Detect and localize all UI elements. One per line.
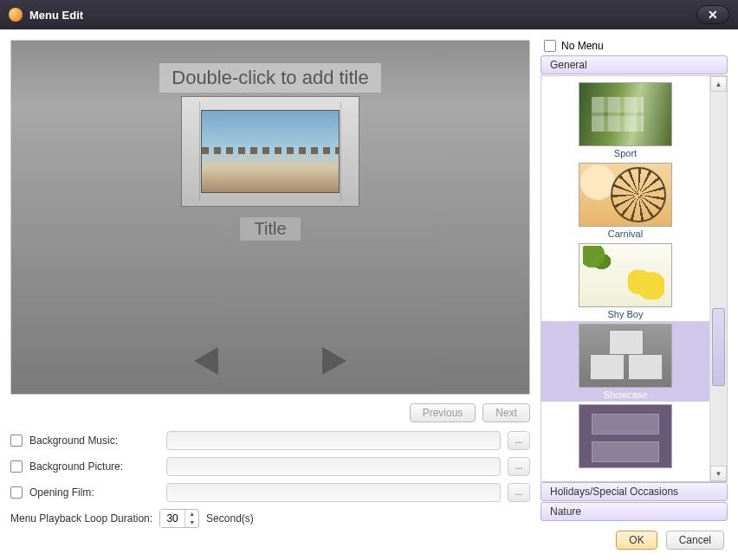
close-button[interactable]: ✕ xyxy=(696,5,729,24)
preview-next-arrow[interactable] xyxy=(322,347,346,375)
template-label: Showcase xyxy=(547,389,704,400)
template-shyboy[interactable]: Shy Boy xyxy=(541,241,709,321)
loop-duration-unit: Second(s) xyxy=(206,512,254,525)
scroll-up-icon[interactable]: ▲ xyxy=(710,76,727,92)
showcase-frame[interactable] xyxy=(181,96,359,207)
template-thumb xyxy=(579,324,672,388)
no-menu-label: No Menu xyxy=(561,40,604,52)
title-placeholder[interactable]: Double-click to add title xyxy=(159,63,380,93)
close-icon: ✕ xyxy=(708,9,718,21)
spinner-up-icon[interactable]: ▲ xyxy=(185,510,198,518)
titlebar: Menu Edit ✕ xyxy=(0,0,738,29)
template-carnival[interactable]: Carnival xyxy=(541,160,709,241)
bg-picture-label: Background Picture: xyxy=(29,460,159,473)
bg-picture-checkbox[interactable] xyxy=(10,460,23,473)
opening-film-browse[interactable]: ... xyxy=(508,483,530,502)
loop-duration-spinner[interactable]: ▲ ▼ xyxy=(159,509,199,528)
template-thumb xyxy=(579,243,672,307)
opening-film-checkbox[interactable] xyxy=(10,486,23,499)
preview-prev-arrow[interactable] xyxy=(194,347,218,375)
bg-music-checkbox[interactable] xyxy=(10,434,23,447)
bg-picture-field[interactable] xyxy=(166,457,501,476)
scroll-thumb[interactable] xyxy=(712,308,725,386)
template-scrollbar[interactable]: ▲ ▼ xyxy=(709,76,727,481)
category-general[interactable]: General xyxy=(541,55,728,74)
template-label: Carnival xyxy=(547,229,704,239)
template-label: Shy Boy xyxy=(547,309,704,319)
spinner-down-icon[interactable]: ▼ xyxy=(185,518,198,527)
thumbnail-title[interactable]: Title xyxy=(240,217,300,241)
template-thumb xyxy=(579,404,672,468)
ok-button[interactable]: OK xyxy=(616,531,657,550)
bg-music-field[interactable] xyxy=(166,431,501,450)
template-label: Sport xyxy=(547,148,704,158)
template-thumb xyxy=(579,163,672,227)
loop-duration-label: Menu Playback Loop Duration: xyxy=(10,512,152,525)
template-shelf[interactable] xyxy=(541,402,709,472)
template-showcase[interactable]: Showcase xyxy=(541,321,709,402)
opening-film-label: Opening Film: xyxy=(29,486,159,499)
previous-button[interactable]: Previous xyxy=(410,403,476,422)
cancel-button[interactable]: Cancel xyxy=(666,531,724,550)
next-button[interactable]: Next xyxy=(482,403,530,422)
loop-duration-input[interactable] xyxy=(160,510,184,527)
window-title: Menu Edit xyxy=(29,9,696,22)
bg-music-label: Background Music: xyxy=(29,434,159,447)
scroll-track[interactable] xyxy=(710,92,727,466)
template-sport[interactable]: Sport xyxy=(541,80,709,160)
category-nature[interactable]: Nature xyxy=(541,502,728,521)
no-menu-checkbox[interactable] xyxy=(544,40,556,52)
showcase-thumbnail xyxy=(201,110,340,193)
template-thumb xyxy=(579,82,672,146)
bg-picture-browse[interactable]: ... xyxy=(508,457,530,476)
app-icon xyxy=(9,8,23,22)
template-list: Sport Carnival Shy Boy Showcase xyxy=(541,75,728,482)
opening-film-field[interactable] xyxy=(166,483,501,502)
bg-music-browse[interactable]: ... xyxy=(508,431,530,450)
menu-preview: Double-click to add title Title xyxy=(10,40,530,395)
category-holidays[interactable]: Holidays/Special Occasions xyxy=(541,482,728,501)
scroll-down-icon[interactable]: ▼ xyxy=(710,466,727,481)
